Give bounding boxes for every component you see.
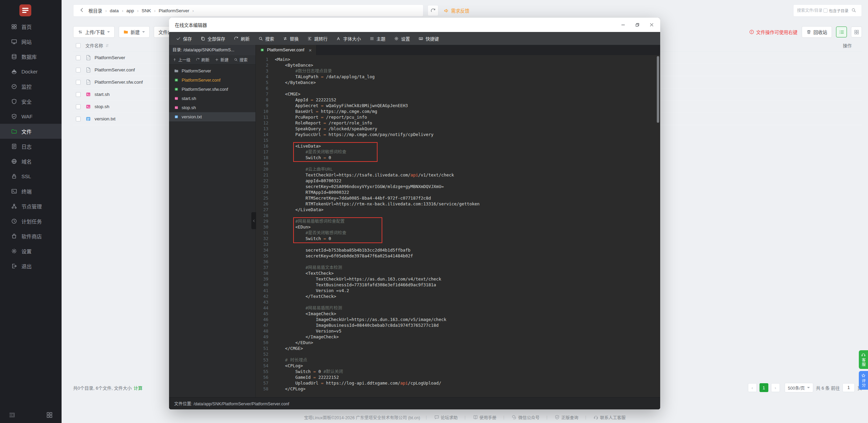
file-name[interactable]: PlatformServer: [95, 55, 125, 60]
search-input[interactable]: [797, 8, 822, 13]
footer-link[interactable]: 论坛求助: [420, 414, 458, 421]
collapse-tree-button[interactable]: [251, 212, 256, 229]
tree-toolbar-button[interactable]: 搜索: [232, 55, 250, 65]
code-editor[interactable]: 1234567891011121314151617181920212223242…: [256, 55, 660, 397]
tree-file[interactable]: start.sh: [169, 94, 255, 103]
back-button[interactable]: [77, 6, 86, 15]
include-subdir-checkbox[interactable]: 包含子目录: [823, 8, 849, 13]
editor-toolbar-button[interactable]: 快捷键: [414, 32, 443, 45]
breadcrumb-item[interactable]: app: [126, 8, 134, 13]
sidebar-item[interactable]: 文件: [0, 124, 62, 139]
editor-toolbar-button[interactable]: 全部保存: [196, 32, 230, 45]
editor-toolbar-button[interactable]: 刷新: [230, 32, 254, 45]
maximize-button[interactable]: [630, 18, 645, 32]
file-name[interactable]: PlatformServer.sfw.conf: [95, 80, 143, 85]
tree-file[interactable]: PlatformServer: [169, 66, 255, 75]
tree-file[interactable]: version.txt: [169, 112, 255, 121]
sidebar-item[interactable]: 终端: [0, 184, 62, 199]
sidebar-item[interactable]: 安全: [0, 94, 62, 109]
refresh-button[interactable]: [428, 5, 438, 16]
tree-file[interactable]: stop.sh: [169, 103, 255, 112]
row-checkbox[interactable]: [76, 68, 81, 72]
goto-page-input[interactable]: [842, 383, 855, 392]
breadcrumb-item[interactable]: PlatformServer: [158, 8, 189, 13]
select-all-checkbox[interactable]: [76, 43, 81, 48]
editor-toolbar-button[interactable]: 字体大小: [332, 32, 365, 45]
list-view-button[interactable]: [836, 27, 847, 37]
row-checkbox[interactable]: [76, 104, 81, 109]
tree-toolbar-button[interactable]: 上一级: [170, 55, 193, 65]
footer-link[interactable]: 联系人工客服: [580, 414, 626, 421]
next-page-button[interactable]: ›: [771, 383, 780, 392]
line-numbers: 1234567891011121314151617181920212223242…: [256, 55, 271, 397]
row-checkbox[interactable]: [76, 80, 81, 85]
code-content[interactable]: <Main> <ByteDance> #数分日志埋点目录 TALogPath =…: [271, 55, 660, 397]
page-size-select[interactable]: 500条/页: [785, 383, 813, 392]
sidebar-item[interactable]: 域名: [0, 154, 62, 169]
logout-icon: [11, 263, 17, 269]
sort-icon[interactable]: [105, 44, 109, 48]
grid-view-button[interactable]: [851, 27, 862, 37]
editor-toolbar-button[interactable]: 替换: [279, 32, 303, 45]
tree-toolbar-button[interactable]: 新建: [213, 55, 231, 65]
footer-link[interactable]: 微信公众号: [498, 414, 539, 421]
row-checkbox[interactable]: [76, 117, 81, 121]
sidebar-item[interactable]: 网站: [0, 34, 62, 49]
editor-toolbar-button[interactable]: 主题: [365, 32, 390, 45]
tree-file[interactable]: PlatformServer.sfw.conf: [169, 85, 255, 94]
file-name[interactable]: PlatformServer.conf: [95, 67, 135, 72]
sidebar-item[interactable]: 设置: [0, 243, 62, 258]
sidebar-item[interactable]: 计划任务: [0, 214, 62, 229]
prev-page-button[interactable]: ‹: [748, 383, 757, 392]
file-name[interactable]: version.txt: [95, 116, 116, 121]
domain-icon: [11, 158, 17, 164]
filename-header[interactable]: 文件名称: [85, 42, 103, 49]
window-titlebar[interactable]: 在线文本编辑器: [169, 18, 660, 32]
editor-toolbar-button[interactable]: 保存: [172, 32, 196, 45]
sidebar-item[interactable]: 软件商店: [0, 229, 62, 243]
breadcrumb-item[interactable]: data: [110, 8, 119, 13]
editor-toolbar-button[interactable]: 跳转行: [303, 32, 332, 45]
rate-button[interactable]: 评分: [859, 371, 868, 390]
breadcrumb-item[interactable]: 根目录: [88, 7, 102, 14]
editor-scrollbar[interactable]: [657, 56, 659, 123]
sidebar-item[interactable]: WAF: [0, 109, 62, 124]
footer-link[interactable]: 使用手册: [459, 414, 497, 421]
txt-icon: [174, 115, 179, 119]
upload-download-button[interactable]: 上传/下载: [73, 26, 115, 38]
feedback-link[interactable]: 需求反馈: [444, 7, 469, 14]
sidebar-item[interactable]: 首页: [0, 19, 62, 34]
file-name[interactable]: start.sh: [95, 92, 110, 97]
recycle-bin-button[interactable]: 回收站: [802, 26, 832, 38]
search-button[interactable]: [850, 7, 857, 14]
footer-link[interactable]: 正版查询: [541, 414, 579, 421]
breadcrumb-separator-icon: ›: [154, 8, 155, 13]
tree-file[interactable]: PlatformServer.conf: [169, 75, 255, 85]
sidebar-item[interactable]: 退出: [0, 258, 62, 273]
sidebar-item[interactable]: SSL: [0, 169, 62, 184]
row-checkbox[interactable]: [76, 55, 81, 60]
file-name[interactable]: stop.sh: [95, 104, 110, 109]
customer-service-button[interactable]: 客服: [859, 350, 868, 369]
editor-toolbar-button[interactable]: 设置: [390, 32, 414, 45]
sidebar-item[interactable]: 节点管理: [0, 199, 62, 214]
editor-toolbar-button[interactable]: 搜索: [254, 32, 279, 45]
collapse-sidebar-icon[interactable]: [9, 412, 15, 418]
calc-size-link[interactable]: 计算: [134, 386, 143, 391]
new-button[interactable]: 新建: [119, 26, 150, 38]
sidebar-item[interactable]: Docker: [0, 64, 62, 79]
current-page-button[interactable]: 1: [760, 383, 768, 392]
sidebar-item[interactable]: 日志: [0, 139, 62, 154]
editor-tab[interactable]: PlatformServer.conf ×: [256, 45, 317, 55]
minimize-button[interactable]: [616, 18, 630, 32]
database-icon: [11, 54, 17, 60]
close-button[interactable]: [645, 18, 659, 32]
sidebar-item[interactable]: 数据库: [0, 49, 62, 64]
row-checkbox[interactable]: [76, 92, 81, 97]
apps-grid-icon[interactable]: [46, 412, 53, 418]
sidebar-item[interactable]: 监控: [0, 79, 62, 94]
breadcrumb-item[interactable]: SNK: [141, 8, 151, 13]
tree-toolbar-button[interactable]: 刷新: [194, 55, 212, 65]
tab-close-icon[interactable]: ×: [309, 48, 312, 53]
bt-logo[interactable]: [19, 4, 31, 16]
